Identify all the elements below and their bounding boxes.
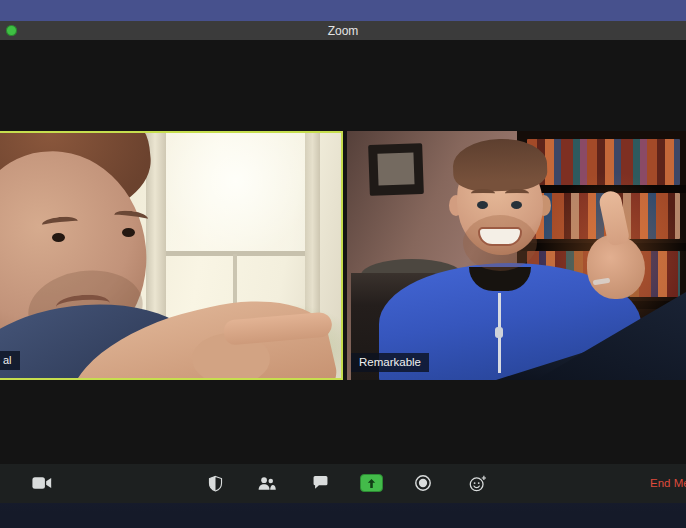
participant-name-label: Remarkable <box>351 353 429 372</box>
left-video-scene <box>0 133 341 378</box>
desktop: Zoom <box>0 0 686 528</box>
end-meeting-button[interactable]: End Meeting <box>650 464 686 503</box>
record-circle-icon <box>414 474 432 492</box>
reactions-button[interactable] <box>461 468 493 498</box>
eyebrow <box>471 189 495 198</box>
participants-icon <box>257 476 277 491</box>
smiley-plus-icon <box>468 475 487 492</box>
security-button[interactable] <box>199 468 231 498</box>
start-video-button[interactable] <box>26 468 58 498</box>
participant-name-label: al <box>0 351 20 370</box>
window-titlebar[interactable]: Zoom <box>0 21 686 40</box>
meeting-toolbar: End Meeting <box>0 464 686 503</box>
eye <box>122 228 135 237</box>
eye <box>52 233 65 242</box>
share-screen-green-pill <box>360 474 383 492</box>
picture-frame <box>368 143 424 196</box>
chat-bubble-icon <box>312 475 329 491</box>
share-up-arrow-icon <box>366 478 377 489</box>
right-video-scene <box>347 131 686 380</box>
share-screen-button[interactable] <box>355 468 387 498</box>
video-tile-right[interactable]: Remarkable <box>347 131 686 380</box>
window-title: Zoom <box>328 24 359 38</box>
participants-button[interactable] <box>251 468 283 498</box>
eyebrow <box>505 189 529 198</box>
shield-icon <box>207 475 224 492</box>
window-light-glow <box>166 133 305 253</box>
picture-frame-mat <box>377 152 414 185</box>
video-camera-icon <box>32 476 52 490</box>
eye <box>511 201 522 209</box>
zoom-app-window: Zoom <box>0 21 686 503</box>
eye <box>477 201 488 209</box>
zipper-pull <box>495 327 503 338</box>
video-tile-left[interactable]: al <box>0 131 343 380</box>
record-button[interactable] <box>407 468 439 498</box>
traffic-light-green-button[interactable] <box>6 25 17 36</box>
smiling-mouth <box>478 227 522 246</box>
chat-button[interactable] <box>304 468 336 498</box>
